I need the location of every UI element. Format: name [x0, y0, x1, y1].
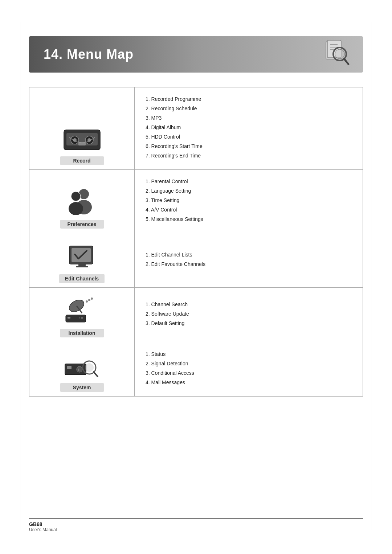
edit-channels-icon — [62, 241, 102, 271]
installation-items: 1. Channel Search 2. Software Update 3. … — [135, 288, 363, 342]
svg-point-6 — [335, 49, 344, 59]
footer: GB68 User's Manual — [29, 518, 363, 532]
footer-model: GB68 — [29, 521, 363, 527]
preferences-item-list: 1. Parental Control 2. Language Setting … — [146, 178, 352, 225]
system-items: 1. Status 2. Signal Detection 3. Conditi… — [135, 342, 363, 396]
list-item: 5. HDD Control — [146, 133, 352, 141]
record-item-list: 1. Recorded Programme 2. Recording Sched… — [146, 95, 352, 161]
edit-channels-label: Edit Channels — [59, 274, 105, 283]
list-item: 2. Signal Detection — [146, 360, 352, 368]
preferences-left: Preferences — [29, 170, 135, 233]
list-item: 5. Miscellaneous Settings — [146, 216, 352, 223]
preferences-icon — [62, 186, 102, 217]
page-margin-top-right — [370, 20, 377, 20]
svg-point-31 — [79, 317, 80, 319]
installation-label: Installation — [60, 329, 104, 337]
svg-point-37 — [85, 363, 94, 372]
edit-channels-row: Edit Channels 1. Edit Channel Lists 2. E… — [29, 233, 363, 288]
list-item: 3. MP3 — [146, 114, 352, 122]
svg-point-27 — [91, 297, 93, 300]
record-icon — [62, 123, 102, 153]
footer-rule — [29, 518, 363, 519]
footer-subtitle: User's Manual — [29, 527, 363, 532]
list-item: 2. Edit Favourite Channels — [146, 260, 352, 268]
system-label: System — [60, 383, 104, 392]
record-row: Record 1. Recorded Programme 2. Recordin… — [29, 87, 363, 170]
svg-rect-21 — [78, 264, 86, 266]
svg-point-30 — [81, 317, 83, 319]
content-area: Record 1. Recorded Programme 2. Recordin… — [29, 87, 363, 397]
list-item: 4. Digital Album — [146, 124, 352, 131]
list-item: 4. Mall Messages — [146, 379, 352, 386]
svg-point-25 — [86, 300, 88, 303]
svg-point-26 — [88, 299, 90, 301]
list-item: 2. Software Update — [146, 310, 352, 318]
installation-left: Installation — [29, 288, 135, 342]
magnifying-glass-icon — [319, 38, 352, 71]
svg-rect-20 — [72, 248, 91, 262]
list-item: 4. A/V Control — [146, 206, 352, 214]
page-margin-top-left — [15, 20, 22, 20]
record-label: Record — [60, 156, 104, 165]
svg-point-18 — [69, 202, 83, 215]
list-item: 1. Status — [146, 350, 352, 358]
header-banner: 14. Menu Map — [29, 36, 363, 73]
list-item: 7. Recording's End Time — [146, 152, 352, 160]
installation-row: Installation 1. Channel Search 2. Softwa… — [29, 288, 363, 342]
list-item: 3. Default Setting — [146, 320, 352, 327]
svg-line-38 — [94, 372, 98, 377]
list-item: 3. Time Setting — [146, 197, 352, 204]
list-item: 6. Recording's Start Time — [146, 143, 352, 150]
record-left: Record — [29, 87, 135, 169]
svg-rect-33 — [67, 366, 72, 369]
svg-point-34 — [77, 366, 82, 372]
preferences-row: Preferences 1. Parental Control 2. Langu… — [29, 170, 363, 233]
installation-item-list: 1. Channel Search 2. Software Update 3. … — [146, 301, 352, 329]
list-item: 1. Channel Search — [146, 301, 352, 308]
list-item: 2. Language Setting — [146, 187, 352, 195]
preferences-items: 1. Parental Control 2. Language Setting … — [135, 170, 363, 233]
svg-rect-14 — [78, 143, 86, 145]
edit-channels-items: 1. Edit Channel Lists 2. Edit Favourite … — [135, 233, 363, 287]
page-margin-right — [372, 22, 372, 530]
svg-rect-22 — [76, 266, 88, 267]
list-item: 2. Recording Schedule — [146, 105, 352, 112]
system-row: i System 1. Status 2. Signal Detection 3… — [29, 342, 363, 396]
edit-channels-left: Edit Channels — [29, 233, 135, 287]
svg-point-17 — [71, 192, 81, 201]
system-icon: i — [62, 349, 102, 380]
menu-table: Record 1. Recorded Programme 2. Recordin… — [29, 87, 363, 397]
list-item: 1. Edit Channel Lists — [146, 251, 352, 259]
svg-text:i: i — [78, 368, 79, 372]
edit-channels-item-list: 1. Edit Channel Lists 2. Edit Favourite … — [146, 251, 352, 270]
list-item: 1. Recorded Programme — [146, 95, 352, 103]
list-item: 3. Conditional Access — [146, 369, 352, 377]
system-left: i System — [29, 342, 135, 396]
svg-line-7 — [344, 59, 348, 64]
list-item: 1. Parental Control — [146, 178, 352, 185]
system-item-list: 1. Status 2. Signal Detection 3. Conditi… — [146, 350, 352, 388]
page-title: 14. Menu Map — [29, 47, 134, 62]
record-items: 1. Recorded Programme 2. Recording Sched… — [135, 87, 363, 169]
installation-icon — [62, 295, 102, 326]
page-margin-left — [20, 22, 20, 530]
svg-rect-29 — [68, 317, 70, 319]
preferences-label: Preferences — [60, 220, 104, 229]
